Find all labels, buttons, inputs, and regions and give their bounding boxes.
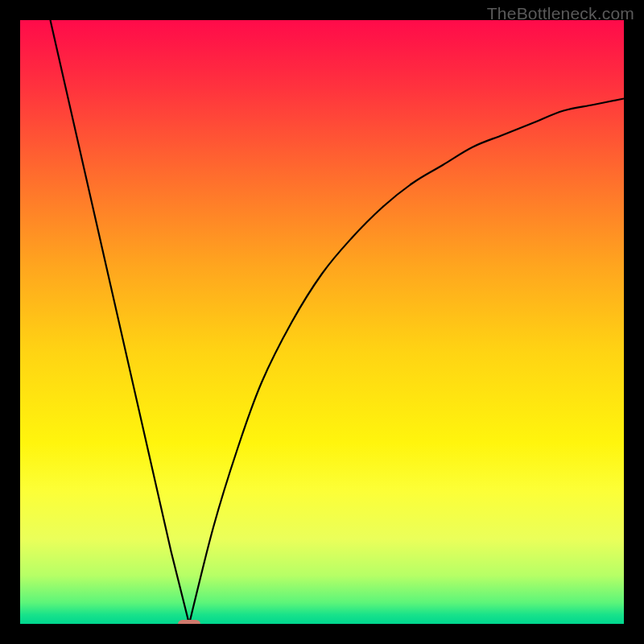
minimum-marker xyxy=(178,620,200,625)
curve-layer xyxy=(20,20,624,624)
chart-frame: TheBottleneck.com xyxy=(0,0,644,644)
watermark-text: TheBottleneck.com xyxy=(487,4,634,23)
curve-right-branch xyxy=(189,99,624,625)
plot-area xyxy=(20,20,624,624)
curve-left-branch xyxy=(51,20,190,624)
